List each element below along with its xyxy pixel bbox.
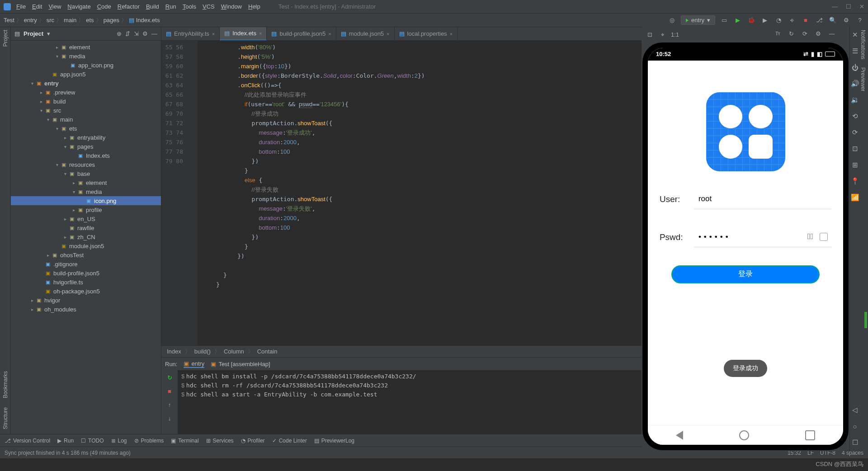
crumb[interactable]: ets	[86, 17, 94, 24]
overview-icon[interactable]: ☐	[850, 438, 860, 447]
editor-tab[interactable]: ▤module.json5×	[336, 27, 395, 41]
profile-icon[interactable]: ◔	[774, 16, 783, 25]
search-icon[interactable]: 🔍	[828, 16, 837, 25]
tree-node[interactable]: ▣oh-package.json5	[11, 287, 161, 296]
structure-tool-button[interactable]: Structure	[2, 407, 9, 429]
attach-icon[interactable]: ⎆	[788, 16, 797, 25]
tree-node[interactable]: ▸▣element	[11, 178, 161, 187]
minimize-icon[interactable]: —	[832, 3, 838, 10]
device-icon[interactable]: ▭	[720, 16, 729, 25]
tree-node[interactable]: ▣icon.png	[11, 196, 161, 205]
crumb[interactable]: ▤ Index.ets	[129, 17, 160, 24]
tool-previewerlog[interactable]: ▤PreviewerLog	[314, 438, 354, 444]
tree-node[interactable]: ▸▣en_US	[11, 214, 161, 223]
menu-file[interactable]: File	[16, 3, 26, 10]
run-config-selector[interactable]: entry ▾	[681, 15, 715, 25]
gear-icon[interactable]: ⚙	[814, 29, 823, 38]
settings-icon[interactable]: ⚙	[842, 16, 851, 25]
tree-node[interactable]: ▣build-profile.json5	[11, 268, 161, 278]
screenshot-icon[interactable]: ⊡	[850, 144, 860, 154]
back-icon[interactable]: ◁	[850, 405, 860, 415]
rotate-left-icon[interactable]: ⟲	[850, 111, 860, 121]
menu-window[interactable]: Window	[221, 3, 242, 10]
memory-indicator[interactable]	[864, 312, 867, 328]
tree-node[interactable]: ▾▣media	[11, 187, 161, 196]
chevron-down-icon[interactable]: ▾	[47, 30, 50, 37]
tree-node[interactable]: ▸▣entryability	[11, 133, 161, 142]
trail-item[interactable]: Contain	[257, 348, 278, 355]
debug-icon[interactable]: 🐞	[747, 16, 756, 25]
volume-up-icon[interactable]: 🔊	[850, 79, 860, 89]
crumb[interactable]: main	[64, 17, 76, 24]
coverage-icon[interactable]: ▶	[760, 16, 769, 25]
expand-all-icon[interactable]: ⇵	[125, 30, 130, 37]
select-opened-icon[interactable]: ⊕	[117, 30, 122, 37]
project-tool-button[interactable]: Project	[2, 30, 9, 47]
previewer-tool-button[interactable]: Previewer	[860, 67, 866, 91]
close-tab-icon[interactable]: ×	[328, 31, 331, 37]
tree-node[interactable]: ▸▣.preview	[11, 88, 161, 97]
wifi-icon[interactable]: 📶	[850, 193, 860, 203]
close-tab-icon[interactable]: ×	[259, 31, 262, 36]
tree-node[interactable]: ▸▣build	[11, 97, 161, 106]
project-tree[interactable]: ▸▣element▾▣media ▣app_icon.png ▣app.json…	[11, 41, 161, 434]
crumb[interactable]: entry	[24, 17, 37, 24]
eye-off-icon[interactable]: 👁⃠	[807, 232, 813, 241]
recent-icon[interactable]	[805, 430, 815, 440]
tool-profiler[interactable]: ◔Profiler	[241, 438, 265, 444]
menu-tools[interactable]: Tools	[183, 3, 196, 10]
tree-node[interactable]: ▸▣element	[11, 42, 161, 52]
tree-node[interactable]: ▸▣zh_CN	[11, 232, 161, 241]
menu-view[interactable]: View	[48, 3, 61, 10]
collapse-icon[interactable]: ⇲	[134, 30, 139, 37]
menu-run[interactable]: Run	[165, 3, 176, 10]
remember-checkbox[interactable]	[820, 233, 828, 241]
tree-node[interactable]: ▣app_icon.png	[11, 61, 161, 70]
hide-icon[interactable]: —	[151, 30, 157, 37]
tree-node[interactable]: ▸▣hvigor	[11, 296, 161, 305]
tool-problems[interactable]: ⊘Problems	[134, 438, 164, 444]
tool-version-control[interactable]: ⎇Version Control	[5, 438, 50, 444]
trail-item[interactable]: Column	[224, 348, 244, 355]
home-icon[interactable]	[739, 430, 749, 440]
down-icon[interactable]: ↓	[165, 414, 174, 423]
tree-node[interactable]: ▾▣resources	[11, 160, 161, 169]
rotate-right-icon[interactable]: ⟳	[850, 127, 860, 137]
volume-down-icon[interactable]: 🔉	[850, 95, 860, 105]
tree-node[interactable]: ▾▣ets	[11, 124, 161, 133]
tree-node[interactable]: ▾▣main	[11, 115, 161, 124]
close-icon[interactable]: ✕	[859, 3, 864, 10]
rerun-icon[interactable]: ↻	[165, 373, 174, 382]
menu-vcs[interactable]: VCS	[203, 3, 215, 10]
menu-build[interactable]: Build	[146, 3, 159, 10]
close-tab-icon[interactable]: ×	[450, 31, 453, 37]
maximize-icon[interactable]: ☐	[846, 3, 851, 10]
device-screen[interactable]: 10:52 ⇄ ▮ ◧ User:	[648, 48, 843, 445]
trail-item[interactable]: build()	[194, 348, 211, 355]
power-icon[interactable]: ⏻	[850, 62, 860, 72]
menu-icon[interactable]: ☰	[850, 46, 860, 56]
tree-node[interactable]: ▣module.json5	[11, 241, 161, 250]
trail-item[interactable]: Index	[167, 348, 181, 355]
help-icon[interactable]: ?	[855, 16, 864, 25]
rotate-icon[interactable]: ⟳	[800, 29, 809, 38]
target-icon[interactable]: ◎	[667, 16, 676, 25]
refresh-icon[interactable]: ↻	[787, 29, 796, 38]
crumb[interactable]: pages	[104, 17, 119, 24]
notifications-tool-button[interactable]: Notifications	[860, 30, 866, 59]
run-icon[interactable]: ▶	[733, 16, 742, 25]
tree-node[interactable]: ▾▣pages	[11, 142, 161, 151]
tool-log[interactable]: ≣Log	[111, 438, 127, 444]
text-scale-icon[interactable]: Tт	[773, 29, 782, 38]
close-tab-icon[interactable]: ×	[212, 31, 215, 37]
tool-terminal[interactable]: ▣Terminal	[171, 438, 198, 444]
menu-edit[interactable]: Edit	[32, 3, 42, 10]
close-tab-icon[interactable]: ×	[387, 31, 389, 37]
home-icon[interactable]: ○	[850, 421, 860, 431]
tree-node[interactable]: ▾▣base	[11, 169, 161, 178]
tool-code-linter[interactable]: ✓Code Linter	[272, 438, 307, 444]
tree-node[interactable]: ▸▣ohosTest	[11, 250, 161, 259]
tree-node[interactable]: ▣rawfile	[11, 223, 161, 232]
minimize-icon[interactable]: —	[827, 29, 836, 38]
user-input[interactable]	[694, 189, 831, 209]
